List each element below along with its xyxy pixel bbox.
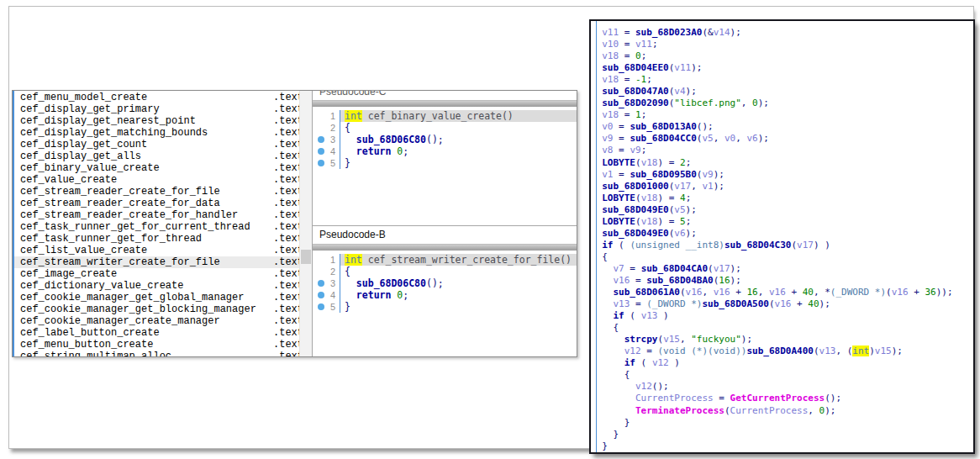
code-line[interactable]: v18 = -1; — [591, 74, 972, 86]
code-line[interactable]: 5} — [313, 157, 577, 169]
code-line[interactable]: 1int cef_stream_writer_create_for_file() — [313, 254, 577, 266]
function-list-row[interactable]: cef_cookie_manager_get_blocking_manager.… — [14, 303, 299, 315]
pane-splitter[interactable] — [313, 244, 577, 251]
code-line[interactable]: v9 = sub_68D04CC0(v5, v0, v6); — [591, 133, 972, 145]
functions-list-scrollbar[interactable] — [299, 91, 312, 356]
code-text[interactable]: sub_68D06C80(); — [340, 277, 577, 289]
code-line[interactable]: 2{ — [313, 266, 577, 277]
breakpoint-dot-icon[interactable] — [318, 160, 324, 166]
code-line[interactable]: if ( (unsigned __int8)sub_68D04C30(v17) … — [591, 240, 972, 251]
code-line[interactable]: { — [591, 251, 972, 263]
gutter[interactable]: 5 — [313, 157, 340, 169]
code-line[interactable]: { — [591, 369, 972, 381]
code-line[interactable]: sub_68D047A0(v4); — [591, 86, 972, 98]
code-line[interactable]: sub_68D02090("libcef.png", 0); — [591, 98, 972, 109]
code-line[interactable]: v18 = 0; — [591, 50, 972, 62]
code-line[interactable]: TerminateProcess(CurrentProcess, 0); — [591, 405, 972, 417]
code-line[interactable]: v0 = sub_68D013A0(); — [591, 121, 972, 133]
breakpoint-dot-icon[interactable] — [318, 280, 324, 287]
code-line[interactable]: sub_68D01000(v17, v1); — [591, 181, 972, 193]
function-list-row[interactable]: cef_label_button_create.text — [14, 327, 299, 339]
breakpoint-dot-icon[interactable] — [318, 136, 324, 143]
function-list-row[interactable]: cef_value_create.text — [14, 174, 299, 186]
function-list-row[interactable]: cef_binary_value_create.text — [14, 162, 299, 174]
gutter[interactable]: 4 — [313, 289, 340, 301]
function-list-row[interactable]: cef_display_get_alls.text — [14, 150, 299, 162]
gutter[interactable]: 3 — [313, 277, 340, 289]
function-list-row[interactable]: cef_stream_writer_create_for_file.text — [14, 256, 299, 268]
pane-title-pseudocode-b[interactable]: Pseudocode-B — [313, 226, 577, 244]
code-text[interactable]: return 0; — [340, 289, 577, 301]
function-list-row[interactable]: cef_list_value_create.text — [14, 245, 299, 256]
code-line[interactable]: v1 = sub_68D095B0(v9); — [591, 169, 972, 181]
code-line[interactable]: v12(); — [591, 381, 972, 393]
code-line[interactable]: if ( v12 ) — [591, 357, 972, 369]
code-line[interactable]: v10 = v11; — [591, 39, 972, 50]
code-line[interactable]: sub_68D049E0(v6); — [591, 228, 972, 240]
function-list-row[interactable]: cef_task_runner_get_for_current_thread.t… — [14, 221, 299, 233]
code-text[interactable]: { — [340, 266, 577, 277]
code-line[interactable]: v11 = sub_68D023A0(&v14); — [591, 27, 972, 39]
code-line[interactable]: } — [591, 441, 972, 452]
pseudocode-b-code[interactable]: 1int cef_stream_writer_create_for_file()… — [313, 251, 577, 313]
code-line[interactable]: } — [591, 417, 972, 429]
code-text[interactable]: int cef_stream_writer_create_for_file() — [340, 254, 577, 266]
code-line[interactable]: CurrentProcess = GetCurrentProcess(); — [591, 393, 972, 404]
scrollbar-thumb[interactable] — [301, 250, 311, 264]
gutter[interactable]: 5 — [313, 301, 340, 313]
code-line[interactable]: 2{ — [313, 122, 577, 134]
function-list-row[interactable]: cef_cookie_manager_create_manager.text — [14, 315, 299, 327]
code-line[interactable]: LOBYTE(v18) = 4; — [591, 193, 972, 204]
function-list-row[interactable]: cef_stream_reader_create_for_data.text — [14, 198, 299, 209]
function-list-row[interactable]: cef_display_get_matching_bounds.text — [14, 127, 299, 139]
code-line[interactable]: v13 = (_DWORD *)sub_68D0A500(v16 + 40); — [591, 298, 972, 310]
pseudocode-c-code[interactable]: 1int cef_binary_value_create()2{3 sub_68… — [313, 107, 577, 169]
pane-title-pseudocode-c[interactable]: Pseudocode-C — [313, 91, 577, 100]
code-line[interactable]: sub_68D04EE0(v11); — [591, 62, 972, 74]
code-text[interactable]: } — [340, 301, 577, 313]
code-line[interactable]: v12 = (void (*)(void))sub_68D0A400(v13, … — [591, 346, 972, 357]
code-text[interactable]: return 0; — [340, 145, 577, 157]
breakpoint-dot-icon[interactable] — [318, 292, 324, 298]
function-list-row[interactable]: cef_display_get_primary.text — [14, 103, 299, 115]
breakpoint-dot-icon[interactable] — [318, 148, 324, 155]
functions-list[interactable]: cef_menu_model_create.textcef_display_ge… — [13, 91, 299, 356]
code-line[interactable]: 3 sub_68D06C80(); — [313, 277, 577, 289]
code-text[interactable]: { — [340, 122, 577, 134]
function-list-row[interactable]: cef_stream_reader_create_for_file.text — [14, 186, 299, 198]
function-list-row[interactable]: cef_stream_reader_create_for_handler.tex… — [14, 209, 299, 221]
pane-splitter[interactable] — [313, 100, 577, 107]
function-list-row[interactable]: cef_dictionary_value_create.text — [14, 280, 299, 292]
code-line[interactable]: v18 = 1; — [591, 109, 972, 121]
code-line[interactable]: 4 return 0; — [313, 289, 577, 301]
gutter[interactable]: 1 — [313, 110, 340, 122]
gutter[interactable]: 2 — [313, 122, 340, 134]
function-list-row[interactable]: cef_display_get_count.text — [14, 139, 299, 150]
code-line[interactable]: { — [591, 322, 972, 334]
code-text[interactable]: int cef_binary_value_create() — [340, 110, 577, 122]
code-line[interactable]: 5} — [313, 301, 577, 313]
code-line[interactable]: 1int cef_binary_value_create() — [313, 110, 577, 122]
code-line[interactable]: sub_68D049E0(v5); — [591, 204, 972, 216]
code-line[interactable]: LOBYTE(v18) = 2; — [591, 157, 972, 169]
code-text[interactable]: sub_68D06C80(); — [340, 134, 577, 145]
code-line[interactable]: v8 = v9; — [591, 145, 972, 156]
code-line[interactable]: v16 = sub_68D04BA0(16); — [591, 275, 972, 287]
function-list-row[interactable]: cef_display_get_nearest_point.text — [14, 115, 299, 127]
function-list-row[interactable]: cef_menu_model_create.text — [14, 92, 299, 103]
code-line[interactable]: strcpy(v15, "fuckyou"); — [591, 334, 972, 346]
function-list-row[interactable]: cef_menu_button_create.text — [14, 339, 299, 351]
function-list-row[interactable]: cef_string_multimap_alloc.text — [14, 351, 299, 356]
code-line[interactable]: 4 return 0; — [313, 145, 577, 157]
gutter[interactable]: 3 — [313, 134, 340, 145]
function-list-row[interactable]: cef_image_create.text — [14, 268, 299, 280]
code-line[interactable]: } — [591, 429, 972, 441]
code-line[interactable]: LOBYTE(v18) = 5; — [591, 216, 972, 228]
code-line[interactable]: 3 sub_68D06C80(); — [313, 134, 577, 145]
function-list-row[interactable]: cef_task_runner_get_for_thread.text — [14, 233, 299, 245]
gutter[interactable]: 2 — [313, 266, 340, 277]
function-list-row[interactable]: cef_cookie_manager_get_global_manager.te… — [14, 292, 299, 303]
code-line[interactable]: if ( v13 ) — [591, 310, 972, 322]
code-line[interactable]: sub_68D061A0(v16, v16 + 16, v16 + 40, *(… — [591, 287, 972, 298]
floating-pseudocode-code[interactable]: v11 = sub_68D023A0(&v14); v10 = v11; v18… — [591, 27, 972, 452]
